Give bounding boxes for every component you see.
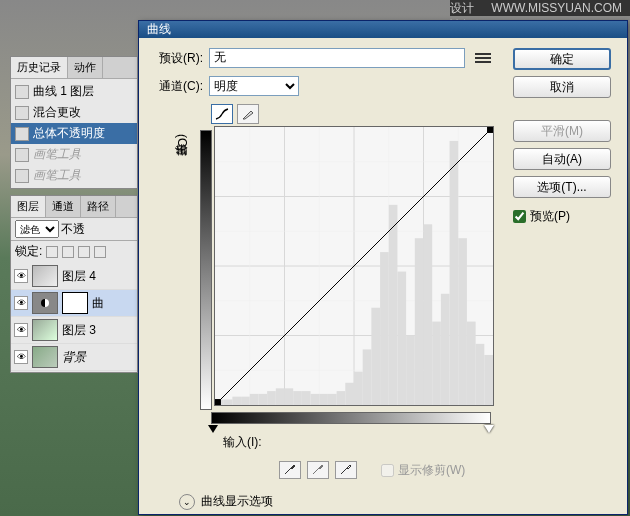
svg-rect-30 (354, 372, 363, 405)
watermark-url: WWW.MISSYUAN.COM (491, 1, 622, 15)
curve-graph[interactable] (214, 126, 494, 406)
svg-rect-40 (441, 294, 450, 405)
horizontal-gradient[interactable] (211, 412, 491, 424)
layer-row[interactable]: 👁图层 3 (11, 317, 137, 344)
tab-layers[interactable]: 图层 (11, 196, 46, 217)
layer-row[interactable]: 👁曲 (11, 290, 137, 317)
svg-rect-47 (215, 399, 221, 405)
svg-rect-21 (276, 388, 285, 405)
svg-rect-42 (458, 238, 467, 405)
svg-rect-22 (285, 388, 294, 405)
svg-rect-20 (267, 391, 276, 405)
dialog-title: 曲线 (147, 21, 171, 38)
svg-rect-37 (415, 238, 424, 405)
history-state-icon (15, 169, 29, 183)
history-panel: 历史记录 动作 曲线 1 图层混合更改总体不透明度画笔工具画笔工具 (10, 56, 138, 189)
svg-rect-41 (450, 141, 459, 405)
visibility-icon[interactable]: 👁 (14, 350, 28, 364)
svg-rect-34 (389, 205, 398, 405)
svg-rect-23 (293, 391, 302, 405)
layer-thumb (32, 346, 58, 368)
white-point-slider[interactable] (484, 425, 494, 433)
channel-select[interactable]: 明度 (209, 76, 299, 96)
opacity-label: 不透 (61, 221, 85, 238)
svg-rect-38 (424, 224, 433, 405)
adjustment-thumb (32, 292, 58, 314)
lock-position-icon[interactable] (78, 246, 90, 258)
svg-rect-43 (467, 322, 476, 405)
output-axis-label: 输出(O): (149, 126, 194, 410)
svg-rect-25 (311, 394, 320, 405)
svg-rect-33 (380, 252, 389, 405)
preset-label: 预设(R): (149, 50, 203, 67)
options-button[interactable]: 选项(T)... (513, 176, 611, 198)
tab-history[interactable]: 历史记录 (11, 57, 68, 78)
history-state-icon (15, 85, 29, 99)
cancel-button[interactable]: 取消 (513, 76, 611, 98)
lock-all-icon[interactable] (94, 246, 106, 258)
preset-menu-icon[interactable] (475, 50, 491, 66)
svg-rect-32 (371, 308, 380, 405)
layer-row[interactable]: 👁背景 (11, 344, 137, 371)
curve-tool-icon[interactable] (211, 104, 233, 124)
preset-select[interactable]: 无 (209, 48, 465, 68)
tab-channels[interactable]: 通道 (46, 196, 81, 217)
svg-rect-15 (224, 399, 233, 405)
layer-thumb (32, 265, 58, 287)
mask-thumb (62, 292, 88, 314)
svg-rect-18 (250, 394, 259, 405)
layer-row[interactable]: 👁图层 4 (11, 263, 137, 290)
visibility-icon[interactable]: 👁 (14, 269, 28, 283)
svg-rect-28 (337, 391, 346, 405)
svg-rect-16 (232, 397, 241, 405)
show-clipping-checkbox[interactable]: 显示修剪(W) (381, 462, 465, 479)
input-axis-label: 输入(I): (223, 435, 262, 449)
watermark-bar: 思缘设计论坛 WWW.MISSYUAN.COM (450, 0, 630, 16)
channel-label: 通道(C): (149, 78, 203, 95)
svg-rect-29 (345, 383, 354, 405)
pencil-tool-icon[interactable] (237, 104, 259, 124)
eyedropper-black-icon[interactable] (279, 461, 301, 479)
lock-pixels-icon[interactable] (62, 246, 74, 258)
visibility-icon[interactable]: 👁 (14, 296, 28, 310)
ok-button[interactable]: 确定 (513, 48, 611, 70)
svg-rect-26 (319, 394, 328, 405)
tab-actions[interactable]: 动作 (68, 57, 103, 78)
lock-transparency-icon[interactable] (46, 246, 58, 258)
svg-rect-45 (484, 355, 493, 405)
lock-label: 锁定: (15, 243, 42, 260)
history-item[interactable]: 画笔工具 (11, 165, 137, 186)
auto-button[interactable]: 自动(A) (513, 148, 611, 170)
eyedropper-gray-icon[interactable] (307, 461, 329, 479)
svg-rect-36 (406, 336, 415, 406)
svg-rect-27 (328, 394, 337, 405)
svg-rect-44 (476, 344, 485, 405)
smooth-button: 平滑(M) (513, 120, 611, 142)
history-item[interactable]: 曲线 1 图层 (11, 81, 137, 102)
visibility-icon[interactable]: 👁 (14, 323, 28, 337)
vertical-gradient (200, 130, 212, 410)
curves-dialog: 曲线 预设(R): 无 通道(C): 明度 输出(O): (138, 20, 628, 515)
svg-rect-48 (487, 127, 493, 133)
history-item[interactable]: 混合更改 (11, 102, 137, 123)
svg-rect-17 (241, 397, 250, 405)
dialog-titlebar[interactable]: 曲线 (139, 21, 627, 38)
curve-display-options-label[interactable]: 曲线显示选项 (201, 493, 273, 510)
svg-rect-19 (258, 394, 267, 405)
svg-rect-24 (302, 391, 311, 405)
svg-rect-39 (432, 322, 441, 405)
history-state-icon (15, 127, 29, 141)
layer-thumb (32, 319, 58, 341)
blend-mode-select[interactable]: 滤色 (15, 220, 59, 238)
svg-rect-31 (363, 349, 372, 405)
expand-icon[interactable]: ⌄ (179, 494, 195, 510)
history-state-icon (15, 106, 29, 120)
history-item[interactable]: 画笔工具 (11, 144, 137, 165)
history-item[interactable]: 总体不透明度 (11, 123, 137, 144)
preview-checkbox[interactable]: 预览(P) (513, 208, 611, 225)
history-state-icon (15, 148, 29, 162)
eyedropper-white-icon[interactable] (335, 461, 357, 479)
svg-rect-35 (397, 272, 406, 405)
black-point-slider[interactable] (208, 425, 218, 433)
tab-paths[interactable]: 路径 (81, 196, 116, 217)
